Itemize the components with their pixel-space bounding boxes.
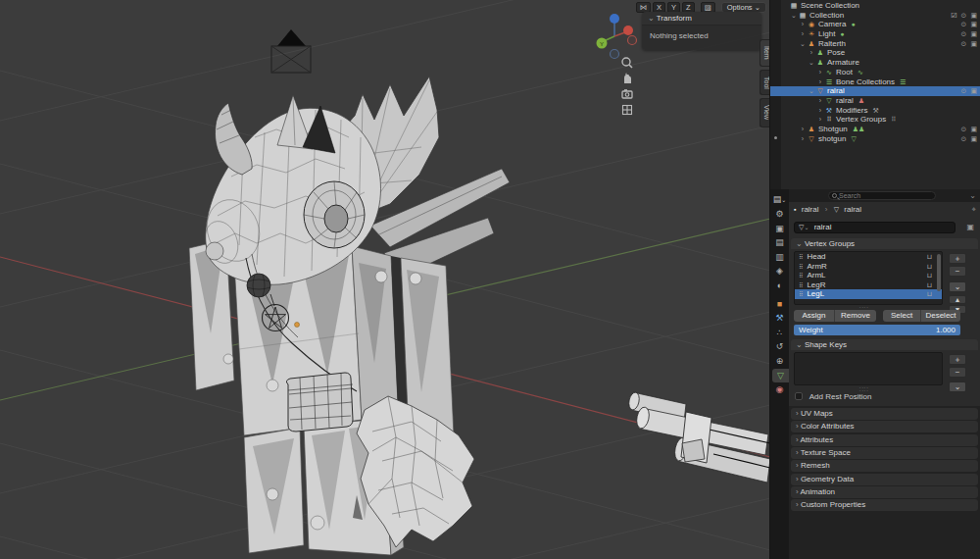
outliner-row-shotgun[interactable]: ›♟Shotgun♟♟⊙▣ xyxy=(781,125,980,134)
expander-icon[interactable]: › xyxy=(816,106,824,116)
eye-toggle-icon[interactable]: ⊙ xyxy=(957,86,967,96)
gizmo-z-neg-axis[interactable] xyxy=(611,50,619,59)
camera-toggle-icon[interactable]: ▣ xyxy=(966,125,977,134)
properties-tab-object[interactable]: ■ xyxy=(770,297,789,311)
expander-icon[interactable]: › xyxy=(816,68,824,77)
mirror-y-button[interactable]: Y xyxy=(667,2,680,13)
properties-tab-material[interactable]: ◉ xyxy=(770,382,789,396)
section-texture-space[interactable]: Texture Space xyxy=(791,447,978,459)
eye-toggle-icon[interactable]: ⊙ xyxy=(957,11,967,21)
properties-tab-object-data[interactable]: ▽ xyxy=(772,369,789,382)
outliner-row-armature[interactable]: ⌄♟Armature xyxy=(781,58,980,68)
properties-tab-modifiers[interactable]: ⚒ xyxy=(770,311,789,325)
outliner-row-ralral[interactable]: ⌄▽ralral⊙▣ xyxy=(770,86,980,96)
section-color-attributes[interactable]: Color Attributes xyxy=(791,421,978,432)
outliner-row-modifiers[interactable]: ›⚒Modifiers⚒ xyxy=(781,106,980,116)
section-geometry-data[interactable]: Geometry Data xyxy=(791,474,978,485)
eye-toggle-icon[interactable]: ⊙ xyxy=(957,134,967,144)
camera-toggle-icon[interactable]: ▣ xyxy=(966,86,977,96)
properties-tab-particles[interactable]: ∴ xyxy=(770,326,789,339)
vg-remove-button[interactable]: − xyxy=(949,266,966,277)
camera-view-icon[interactable] xyxy=(620,87,634,101)
outliner-row-root[interactable]: ›∿Root∿ xyxy=(781,68,980,77)
section-remesh[interactable]: Remesh xyxy=(791,460,978,472)
vg-specials-menu[interactable]: ⌄ xyxy=(949,281,966,292)
section-uv-maps[interactable]: UV Maps xyxy=(791,408,978,420)
expander-icon[interactable]: › xyxy=(799,134,807,144)
properties-tab-tool[interactable]: ⚙ xyxy=(770,207,789,221)
vertex-groups-header[interactable]: Vertex Groups xyxy=(791,238,978,249)
camera-toggle-icon[interactable]: ▣ xyxy=(966,11,977,21)
search-input[interactable]: Search xyxy=(828,191,936,200)
vertex-group-row-legl[interactable]: ⠿LegL⊔ xyxy=(795,289,942,299)
snap-icon[interactable]: ▨ xyxy=(701,2,715,13)
vg-move-up-button[interactable]: ▴ xyxy=(949,295,966,304)
outliner-row-vertex-groups[interactable]: ›⠿Vertex Groups⠿ xyxy=(781,115,980,125)
outliner-row-bone-collections[interactable]: ›☰Bone Collections☰ xyxy=(781,77,980,87)
zoom-tool-icon[interactable] xyxy=(620,56,634,70)
properties-tab-output[interactable]: ▤ xyxy=(770,235,789,249)
expander-icon[interactable]: ⌄ xyxy=(808,86,815,96)
vertex-groups-scrollbar[interactable] xyxy=(937,254,941,291)
breadcrumb-data[interactable]: ralral xyxy=(841,205,861,214)
camera-toggle-icon[interactable]: ▣ xyxy=(966,134,977,144)
section-animation[interactable]: Animation xyxy=(791,486,978,498)
section-custom-properties[interactable]: Custom Properties xyxy=(791,499,978,511)
properties-tab-render[interactable]: ▣ xyxy=(770,222,789,235)
select-button[interactable]: Select xyxy=(883,310,921,322)
expander-icon[interactable]: ⌄ xyxy=(799,39,807,49)
camera-toggle-icon[interactable]: ▣ xyxy=(966,39,977,49)
outliner-row-ralterth[interactable]: ⌄♟Ralterth⊙▣ xyxy=(781,39,980,49)
remove-button[interactable]: Remove xyxy=(835,310,876,322)
camera-object[interactable] xyxy=(271,29,311,73)
character-model[interactable] xyxy=(189,76,510,555)
lock-open-icon[interactable]: ⊔ xyxy=(927,271,932,280)
eye-toggle-icon[interactable]: ⊙ xyxy=(957,125,967,134)
expander-icon[interactable]: › xyxy=(808,48,815,58)
viewport-3d[interactable]: ⋈ X Y Z ▨ Options ⌄ Transform Nothing se… xyxy=(0,0,770,559)
vertex-group-row-armr[interactable]: ⠿ArmR⊔ xyxy=(795,262,942,272)
checkbox-toggle-icon[interactable]: ☑ xyxy=(947,11,956,21)
filter-icon[interactable]: ⌄ xyxy=(969,191,976,200)
ortho-grid-icon[interactable] xyxy=(620,103,634,117)
expander-icon[interactable]: › xyxy=(799,125,807,134)
outliner-row-camera[interactable]: ›◉Camera●⊙▣ xyxy=(781,20,980,29)
expander-icon[interactable]: › xyxy=(799,20,807,29)
shield-icon[interactable]: ▣ xyxy=(966,223,974,231)
assign-button[interactable]: Assign xyxy=(794,310,835,322)
eye-toggle-icon[interactable]: ⊙ xyxy=(957,29,967,39)
properties-tab-view-layer[interactable]: ▥ xyxy=(770,250,789,264)
eye-toggle-icon[interactable]: ⊙ xyxy=(957,39,967,49)
expander-icon[interactable]: › xyxy=(816,77,824,87)
expander-icon[interactable]: › xyxy=(816,96,824,106)
transform-panel-header[interactable]: Transform xyxy=(642,12,761,25)
properties-tab-scene[interactable]: ◈ xyxy=(770,264,789,278)
outliner-row-scene-collection[interactable]: ▦Scene Collection xyxy=(781,1,980,11)
expander-icon[interactable]: › xyxy=(816,115,824,125)
outliner-row-shotgun[interactable]: ›▽shotgun▽⊙▣ xyxy=(781,134,980,144)
gizmo-x-axis[interactable] xyxy=(623,25,633,35)
outliner-row-pose[interactable]: ›♟Pose xyxy=(781,48,980,58)
outliner-row-collection[interactable]: ⌄▦Collection☑⊙▣ xyxy=(781,11,980,21)
add-rest-position-checkbox[interactable] xyxy=(795,392,803,400)
deselect-button[interactable]: Deselect xyxy=(921,310,960,322)
lock-open-icon[interactable]: ⊔ xyxy=(927,280,932,290)
navigation-gizmo[interactable]: Y xyxy=(586,6,645,65)
expander-icon[interactable]: › xyxy=(799,29,807,39)
lock-open-icon[interactable]: ⊔ xyxy=(927,262,932,272)
shotgun-object[interactable] xyxy=(627,391,770,483)
outliner-row-light[interactable]: ›☀Light●⊙▣ xyxy=(781,29,980,39)
mirror-x-button[interactable]: X xyxy=(653,2,665,13)
pin-icon[interactable]: ⌖ xyxy=(971,202,976,218)
breadcrumb-object[interactable]: ralral xyxy=(799,205,819,214)
gizmo-z-axis[interactable] xyxy=(610,14,619,24)
camera-toggle-icon[interactable]: ▣ xyxy=(966,29,977,39)
options-dropdown[interactable]: Options ⌄ xyxy=(721,2,766,13)
sk-add-button[interactable]: ＋ xyxy=(949,354,966,365)
eye-toggle-icon[interactable]: ⊙ xyxy=(957,20,967,29)
properties-tab-constraints[interactable]: ⊕ xyxy=(770,354,789,368)
expander-icon[interactable]: ⌄ xyxy=(790,11,798,21)
vertex-group-row-arml[interactable]: ⠿ArmL⊔ xyxy=(795,271,942,280)
camera-toggle-icon[interactable]: ▣ xyxy=(966,20,977,29)
weight-slider[interactable]: Weight 1.000 xyxy=(794,325,960,335)
